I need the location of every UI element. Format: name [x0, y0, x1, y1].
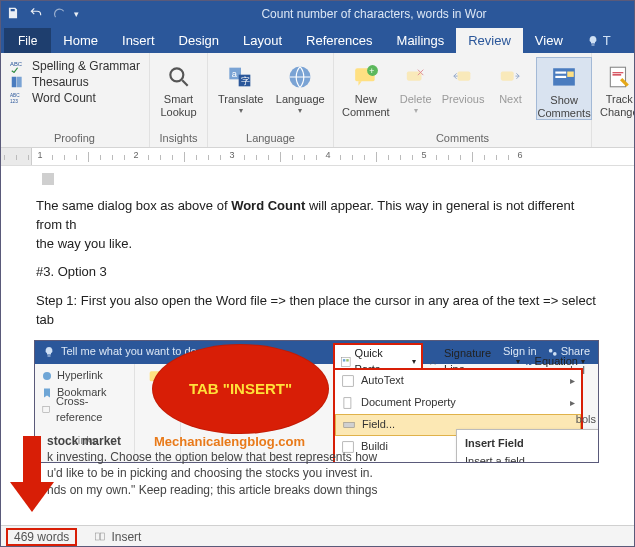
paragraph-mark-icon	[42, 173, 54, 185]
group-comments-label: Comments	[436, 132, 489, 144]
svg-point-24	[43, 372, 51, 380]
smart-lookup-button[interactable]: Smart Lookup	[158, 57, 199, 118]
svg-text:a: a	[231, 69, 237, 79]
show-comments-button[interactable]: Show Comments	[536, 57, 591, 120]
track-changes-button[interactable]: Track Change	[600, 57, 635, 118]
show-comments-icon	[548, 62, 580, 94]
ruler-number: 3	[229, 150, 234, 160]
tab-file[interactable]: File	[4, 28, 51, 53]
chevron-down-icon: ▾	[298, 106, 302, 115]
undo-icon[interactable]	[28, 6, 44, 23]
translate-button[interactable]: a字 Translate ▾	[216, 57, 266, 115]
hyperlink-button[interactable]: Hyperlink	[41, 368, 128, 385]
quick-parts-icon	[340, 356, 352, 368]
track-changes-label: Track Change	[600, 93, 635, 118]
tab-insert[interactable]: Insert	[110, 28, 167, 53]
word-count-button[interactable]: ABC123 Word Count	[8, 91, 140, 105]
tab-references[interactable]: References	[294, 28, 384, 53]
qat-customize-icon[interactable]: ▾	[74, 9, 79, 19]
smart-lookup-label: Smart Lookup	[160, 93, 196, 118]
doc-paragraph: The same dialog box as above of Word Cou…	[36, 197, 599, 254]
redo-icon[interactable]	[52, 6, 66, 23]
svg-point-5	[170, 68, 183, 81]
ruler-number: 2	[133, 150, 138, 160]
previous-label: Previous	[442, 93, 485, 106]
next-comment-button[interactable]: Next	[494, 57, 526, 106]
ruler-number: 6	[517, 150, 522, 160]
tab-mailings[interactable]: Mailings	[385, 28, 457, 53]
spelling-label: Spelling & Grammar	[32, 59, 140, 73]
lightbulb-icon	[43, 346, 55, 358]
svg-rect-29	[341, 358, 350, 367]
tab-design[interactable]: Design	[167, 28, 231, 53]
delete-comment-button[interactable]: Delete ▾	[400, 57, 432, 115]
cross-reference-button[interactable]: Cross-reference	[41, 402, 128, 419]
next-label: Next	[499, 93, 522, 106]
delete-comment-icon	[400, 61, 432, 93]
bookmark-icon	[41, 387, 53, 399]
spelling-grammar-button[interactable]: ABC Spelling & Grammar	[8, 59, 140, 73]
signature-icon	[429, 356, 441, 368]
menu-document-property[interactable]: Document Property▸	[335, 392, 581, 414]
status-insert-mode[interactable]: Insert	[93, 530, 141, 544]
link-icon	[41, 370, 53, 382]
svg-rect-37	[101, 533, 105, 540]
titlebar: ▾ Count number of characters, words in W…	[0, 0, 635, 28]
group-insights-label: Insights	[160, 132, 198, 144]
doc-heading: #3. Option 3	[36, 263, 599, 282]
tab-review[interactable]: Review	[456, 28, 523, 53]
cross-ref-icon	[41, 404, 52, 416]
svg-text:字: 字	[241, 76, 250, 86]
language-label: Language	[276, 93, 325, 106]
svg-rect-32	[343, 376, 354, 387]
book-icon	[93, 531, 107, 543]
status-bar: 469 words Insert	[0, 525, 635, 547]
svg-rect-14	[407, 72, 422, 81]
document-body[interactable]: The same dialog box as above of Word Cou…	[0, 166, 635, 473]
svg-rect-30	[343, 359, 345, 361]
group-comments: + New Comment Delete ▾ Previous Next Sho…	[334, 53, 592, 147]
quick-access-toolbar: ▾	[6, 6, 79, 23]
new-comment-button[interactable]: + New Comment	[342, 57, 390, 118]
menu-autotext[interactable]: AutoText▸	[335, 370, 581, 392]
field-icon	[342, 418, 356, 432]
svg-rect-34	[344, 423, 355, 428]
svg-rect-16	[501, 72, 514, 81]
doc-property-icon	[341, 396, 355, 410]
svg-rect-15	[458, 72, 471, 81]
svg-text:ABC: ABC	[10, 93, 20, 98]
tell-me[interactable]: T	[575, 28, 623, 53]
svg-text:+: +	[369, 66, 374, 76]
ribbon-tabs: File Home Insert Design Layout Reference…	[0, 28, 635, 53]
svg-rect-2	[17, 77, 22, 88]
callout-oval: TAB "INSERT"	[152, 344, 329, 434]
language-button[interactable]: Language ▾	[276, 57, 326, 115]
next-icon	[494, 61, 526, 93]
thesaurus-label: Thesaurus	[32, 75, 89, 89]
svg-rect-31	[346, 359, 348, 361]
autotext-icon	[341, 374, 355, 388]
window-title: Count number of characters, words in Wor	[79, 7, 629, 21]
status-word-count[interactable]: 469 words	[6, 528, 77, 546]
group-proofing: ABC Spelling & Grammar Thesaurus ABC123 …	[0, 53, 150, 147]
new-comment-label: New Comment	[342, 93, 390, 118]
group-proofing-label: Proofing	[54, 132, 95, 144]
ruler[interactable]: 123456	[0, 148, 635, 166]
doc-text-under: stock market k investing. Choose the opt…	[47, 433, 625, 498]
track-changes-icon	[603, 61, 635, 93]
show-comments-label: Show Comments	[537, 94, 590, 119]
thesaurus-button[interactable]: Thesaurus	[8, 75, 140, 89]
previous-comment-button[interactable]: Previous	[442, 57, 485, 106]
tab-layout[interactable]: Layout	[231, 28, 294, 53]
group-language: a字 Translate ▾ Language ▾ Language	[208, 53, 334, 147]
tab-view[interactable]: View	[523, 28, 575, 53]
svg-text:ABC: ABC	[10, 61, 22, 67]
save-icon[interactable]	[6, 6, 20, 23]
symbols-partial: bols	[576, 412, 596, 428]
ribbon: ABC Spelling & Grammar Thesaurus ABC123 …	[0, 53, 635, 148]
thesaurus-icon	[8, 75, 26, 89]
delete-label: Delete	[400, 93, 432, 106]
word-count-label: Word Count	[32, 91, 96, 105]
tab-home[interactable]: Home	[51, 28, 110, 53]
translate-label: Translate	[218, 93, 263, 106]
